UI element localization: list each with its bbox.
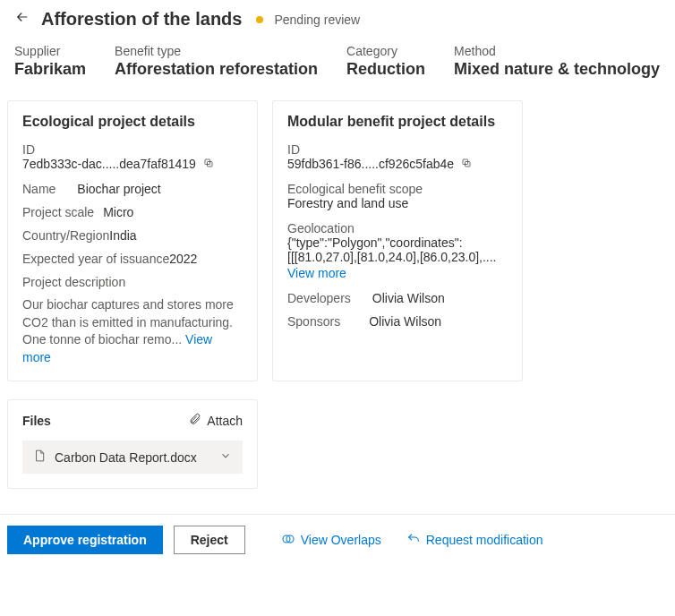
modular-title: Modular benefit project details [287,114,508,130]
method-value: Mixed nature & technology [454,60,660,79]
attach-button[interactable]: Attach [189,413,243,428]
mod-view-more-link[interactable]: View more [287,266,508,280]
mod-dev-label: Developers [287,291,351,305]
benefit-type-value: Afforestation reforestation [115,60,318,79]
reject-button[interactable]: Reject [174,526,245,554]
mod-scope-value: Forestry and land use [287,196,508,210]
eco-country-value: India [109,228,136,243]
mod-geo-value: {"type":"Polygon","coordinates":[[[81.0,… [287,235,508,264]
eco-year-label: Expected year of issuance [22,252,169,266]
paperclip-icon [189,413,201,428]
overlap-icon [281,532,295,549]
mod-id-value: 59fdb361-f86.....cf926c5fab4e [287,157,454,171]
supplier-value: Fabrikam [14,60,86,79]
mod-sponsor-label: Sponsors [287,314,340,329]
method-label: Method [454,44,660,58]
view-overlaps-label: View Overlaps [301,533,381,547]
mod-scope-label: Ecological benefit scope [287,182,508,196]
request-modification-link[interactable]: Request modification [406,532,543,549]
undo-icon [406,532,421,549]
status-dot-icon [256,16,263,23]
modular-card: Modular benefit project details ID 59fdb… [272,100,523,381]
back-button[interactable] [14,9,30,30]
mod-id-label: ID [287,142,508,157]
files-card: Files Attach Carbon Data Report.docx [7,399,258,489]
file-row[interactable]: Carbon Data Report.docx [22,441,243,474]
eco-year-value: 2022 [169,252,197,266]
document-icon [33,449,46,465]
footer-bar: Approve registration Reject View Overlap… [0,514,675,565]
request-modification-label: Request modification [426,533,543,547]
eco-id-value: 7edb333c-dac.....dea7faf81419 [22,157,196,171]
eco-name-value: Biochar project [77,182,160,196]
eco-scale-label: Project scale [22,205,94,219]
view-overlaps-link[interactable]: View Overlaps [281,532,381,549]
benefit-type-label: Benefit type [115,44,318,58]
supplier-label: Supplier [14,44,86,58]
category-label: Category [346,44,425,58]
eco-id-label: ID [22,142,243,157]
ecological-title: Ecological project details [22,114,243,130]
copy-icon[interactable] [203,158,214,171]
chevron-down-icon [219,449,232,465]
mod-dev-value: Olivia Wilson [372,291,445,305]
eco-name-label: Name [22,182,56,196]
eco-scale-value: Micro [103,205,133,219]
mod-sponsor-value: Olivia Wilson [369,314,441,329]
copy-icon[interactable] [461,158,472,171]
eco-country-label: Country/Region [22,228,109,243]
file-name: Carbon Data Report.docx [55,450,210,465]
status-badge: Pending review [274,13,360,27]
attach-label: Attach [207,414,243,428]
eco-desc-label: Project description [22,275,243,289]
page-title: Afforestion of the lands [41,9,242,30]
files-title: Files [22,414,51,428]
mod-geo-label: Geolocation [287,221,508,235]
approve-button[interactable]: Approve registration [7,526,163,554]
meta-row: Supplier Fabrikam Benefit type Afforesta… [0,31,675,93]
ecological-card: Ecological project details ID 7edb333c-d… [7,100,258,381]
category-value: Reduction [346,60,425,79]
